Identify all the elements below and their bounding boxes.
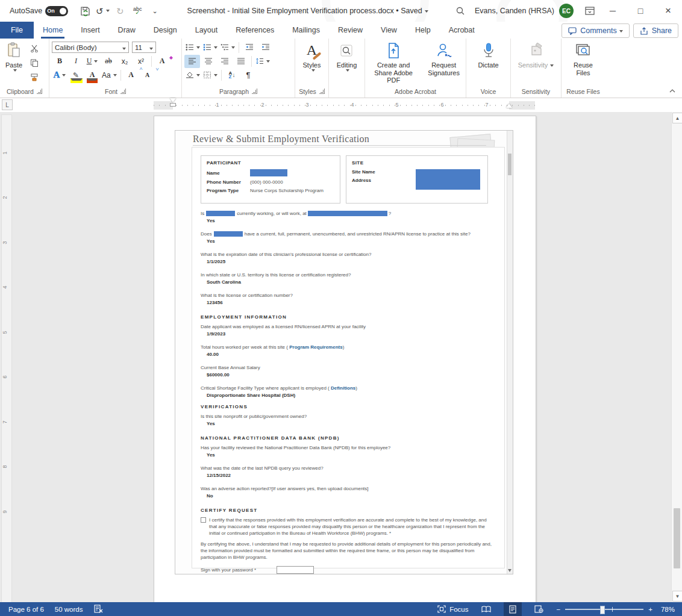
phone-value: (000) 000-0000 xyxy=(250,179,334,185)
grow-font-button[interactable]: A xyxy=(124,69,139,82)
tab-design[interactable]: Design xyxy=(145,22,186,39)
tab-home[interactable]: Home xyxy=(34,22,72,39)
spellcheck-button[interactable]: abc✓ xyxy=(130,4,145,17)
tab-stop-selector[interactable]: L xyxy=(2,99,13,110)
read-mode-button[interactable] xyxy=(477,602,495,616)
subscript-button[interactable]: x₂ xyxy=(117,55,133,68)
highlight-color-button[interactable]: ✎ xyxy=(68,69,84,82)
increase-indent-button[interactable] xyxy=(258,41,274,54)
show-formatting-button[interactable]: ¶ xyxy=(240,69,256,82)
dictate-button[interactable]: Dictate xyxy=(475,40,501,70)
copy-button[interactable] xyxy=(27,56,42,69)
scroll-up-button[interactable]: ▲ xyxy=(672,113,682,123)
redacted-name xyxy=(250,169,287,176)
font-dialog-launcher-icon[interactable] xyxy=(120,89,126,94)
indent-marker-left[interactable] xyxy=(170,98,176,107)
tab-view[interactable]: View xyxy=(372,22,406,39)
italic-button[interactable]: I xyxy=(68,55,84,68)
proofing-errors-button[interactable] xyxy=(94,605,103,614)
tab-layout[interactable]: Layout xyxy=(186,22,227,39)
tab-help-label: Help xyxy=(415,26,431,34)
save-button[interactable] xyxy=(78,4,92,17)
change-case-button[interactable]: Aa xyxy=(101,69,118,82)
word-count[interactable]: 50 words xyxy=(55,606,83,613)
decrease-indent-button[interactable] xyxy=(242,41,257,54)
account-button[interactable]: Evans, Canden (HRSA) EC xyxy=(475,4,574,18)
tab-insert[interactable]: Insert xyxy=(72,22,108,39)
document-page[interactable]: Review & Submit Employment Verification … xyxy=(154,116,536,602)
cut-button[interactable] xyxy=(27,42,42,55)
line-spacing-button[interactable] xyxy=(254,55,271,68)
ribbon-display-options-button[interactable] xyxy=(581,0,599,22)
tab-mailings[interactable]: Mailings xyxy=(283,22,329,39)
zoom-level[interactable]: 78% xyxy=(661,606,675,613)
styles-button[interactable]: A Styles xyxy=(300,40,324,73)
search-button[interactable] xyxy=(453,4,468,17)
styles-dialog-launcher-icon[interactable] xyxy=(319,89,325,94)
undo-button[interactable]: ↺ xyxy=(95,4,110,17)
editing-button[interactable]: Editing xyxy=(334,40,360,73)
paste-label: Paste xyxy=(5,61,22,69)
tab-references-label: References xyxy=(236,26,274,34)
embedded-screenshot-image[interactable]: Review & Submit Employment Verification … xyxy=(175,130,513,574)
minimize-button[interactable]: ─ xyxy=(599,0,627,22)
section-verifications: VERIFICATIONS xyxy=(201,404,496,409)
clipboard-dialog-launcher-icon[interactable] xyxy=(37,89,42,94)
align-center-button[interactable] xyxy=(201,55,216,68)
tab-draw[interactable]: Draw xyxy=(109,22,145,39)
bold-button[interactable]: B xyxy=(52,55,67,68)
web-layout-button[interactable] xyxy=(530,602,548,616)
document-title-area[interactable]: Screenshot - Initial Site Employment Ver… xyxy=(162,7,453,15)
borders-button[interactable] xyxy=(202,69,219,82)
sort-button[interactable]: AZ ↓ xyxy=(224,69,240,82)
align-right-button[interactable] xyxy=(217,55,233,68)
reuse-files-button[interactable]: Reuse Files xyxy=(564,40,602,78)
redacted-site-info xyxy=(416,169,480,190)
shading-button[interactable] xyxy=(184,69,201,82)
tab-review[interactable]: Review xyxy=(329,22,372,39)
format-painter-button[interactable] xyxy=(27,70,42,84)
font-size-combo[interactable]: 11 xyxy=(132,42,156,53)
zoom-slider[interactable] xyxy=(565,609,643,610)
scrollbar-thumb[interactable] xyxy=(674,508,680,568)
indent-marker-right[interactable] xyxy=(506,103,512,108)
paste-button[interactable]: Paste xyxy=(2,40,25,73)
zoom-out-button[interactable]: − xyxy=(557,606,561,613)
underline-button[interactable]: U xyxy=(84,55,100,68)
ribbon-tab-row: File Home Insert Draw Design Layout Refe… xyxy=(0,22,682,39)
print-layout-button[interactable] xyxy=(504,602,522,616)
vertical-scrollbar[interactable]: ▲ ▼ xyxy=(671,112,682,602)
maximize-button[interactable]: □ xyxy=(627,0,654,22)
zoom-in-button[interactable]: + xyxy=(648,606,652,613)
comments-button[interactable]: Comments xyxy=(562,23,629,38)
redo-button[interactable]: ↻ xyxy=(113,4,127,17)
create-share-pdf-button[interactable]: Create and Share Adobe PDF xyxy=(368,40,419,86)
focus-mode-button[interactable]: Focus xyxy=(437,605,468,613)
share-button[interactable]: Share xyxy=(633,23,678,38)
font-color-button[interactable]: A xyxy=(84,69,100,82)
zoom-slider-thumb[interactable] xyxy=(600,606,605,614)
justify-button[interactable] xyxy=(233,55,249,68)
bullet-list-button[interactable] xyxy=(184,41,201,54)
numbered-list-button[interactable] xyxy=(202,41,219,54)
paragraph-dialog-launcher-icon[interactable] xyxy=(252,89,257,94)
horizontal-ruler: 1 2 3 4 5 6 7 xyxy=(154,101,535,110)
tab-acrobat[interactable]: Acrobat xyxy=(440,22,484,39)
strikethrough-button[interactable]: ab xyxy=(101,55,116,68)
page-indicator[interactable]: Page 6 of 6 xyxy=(8,606,44,613)
shrink-font-button[interactable]: A xyxy=(140,69,155,82)
collapse-ribbon-button[interactable] xyxy=(668,87,677,95)
multilevel-list-button[interactable] xyxy=(219,41,236,54)
close-button[interactable]: × xyxy=(654,0,682,22)
scroll-down-button[interactable]: ▼ xyxy=(672,591,682,602)
autosave-toggle[interactable]: On xyxy=(45,6,68,16)
tab-file[interactable]: File xyxy=(0,22,34,39)
tab-references[interactable]: References xyxy=(227,22,283,39)
tab-help[interactable]: Help xyxy=(406,22,440,39)
dictate-label: Dictate xyxy=(478,61,498,69)
align-left-button[interactable] xyxy=(184,55,200,68)
request-signatures-button[interactable]: Request Signatures xyxy=(424,40,463,78)
customize-qat-button[interactable]: ⌄ xyxy=(148,4,162,17)
font-name-combo[interactable]: Calibri (Body) xyxy=(52,42,129,53)
text-effects-button[interactable]: A xyxy=(52,69,67,82)
